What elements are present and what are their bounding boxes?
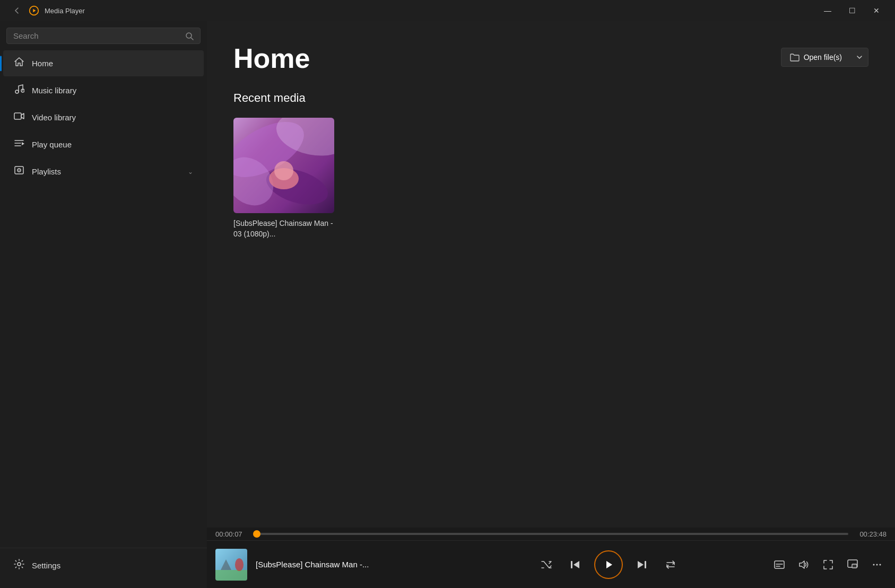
svg-point-13	[19, 170, 20, 171]
play-button[interactable]	[594, 550, 623, 579]
open-file-button[interactable]: Open file(s)	[781, 48, 868, 67]
progress-track[interactable]	[254, 533, 848, 535]
svg-point-14	[18, 563, 21, 566]
media-grid: [SubsPlease] Chainsaw Man - 03 (1080p)..…	[233, 118, 868, 239]
svg-marker-23	[800, 561, 804, 568]
svg-point-28	[880, 564, 881, 565]
svg-marker-1	[33, 9, 36, 13]
open-file-main[interactable]: Open file(s)	[781, 48, 850, 66]
progress-bar-container: 00:00:07 00:23:48	[207, 528, 895, 540]
player-thumbnail	[215, 549, 247, 581]
chevron-down-icon	[856, 54, 863, 60]
queue-icon	[14, 138, 24, 151]
mini-view-button[interactable]	[843, 555, 862, 574]
settings-label: Settings	[32, 561, 60, 570]
media-title: [SubsPlease] Chainsaw Man - 03 (1080p)..…	[233, 218, 334, 239]
app-identity: Media Player	[28, 4, 85, 17]
music-icon	[14, 84, 24, 97]
minimize-button[interactable]: —	[815, 2, 840, 19]
svg-line-3	[191, 38, 193, 40]
player-bar: [SubsPlease] Chainsaw Man -...	[207, 540, 895, 588]
content-area: Open file(s) Home Recent media [SubsPlea…	[207, 21, 895, 528]
app-icon	[28, 4, 40, 17]
svg-marker-15	[574, 561, 579, 568]
content-wrapper: Open file(s) Home Recent media [SubsPlea…	[207, 21, 895, 588]
sidebar-top	[0, 21, 207, 48]
volume-button[interactable]	[794, 555, 813, 574]
svg-point-26	[873, 564, 875, 565]
open-file-dropdown-button[interactable]	[851, 50, 868, 65]
open-file-label: Open file(s)	[804, 53, 842, 62]
svg-rect-25	[852, 564, 857, 568]
page-title: Home	[233, 42, 868, 74]
search-icon	[185, 32, 194, 40]
settings-icon	[14, 559, 24, 572]
sidebar-item-home-label: Home	[32, 59, 53, 68]
search-box[interactable]	[6, 28, 201, 44]
svg-marker-17	[606, 561, 612, 568]
svg-marker-18	[638, 561, 644, 568]
window-controls: — ☐ ✕	[815, 2, 889, 19]
sidebar-item-video-library[interactable]: Video library	[3, 104, 204, 130]
maximize-button[interactable]: ☐	[840, 2, 864, 19]
sidebar-item-playlists[interactable]: Playlists ⌄	[3, 159, 204, 185]
progress-fill	[254, 533, 257, 535]
svg-rect-19	[645, 561, 646, 568]
total-time: 00:23:48	[855, 530, 887, 538]
shuffle-button[interactable]	[537, 555, 556, 574]
sidebar-bottom: Settings	[0, 548, 207, 588]
close-button[interactable]: ✕	[864, 2, 889, 19]
subtitles-button[interactable]	[770, 555, 789, 574]
main-layout: Home Music library	[0, 21, 895, 588]
app-title: Media Player	[45, 7, 85, 15]
player-track-info: [SubsPlease] Chainsaw Man -...	[256, 560, 447, 569]
svg-point-4	[15, 90, 19, 93]
repeat-button[interactable]	[661, 555, 680, 574]
previous-button[interactable]	[566, 555, 585, 574]
sidebar-item-play-queue[interactable]: Play queue	[3, 131, 204, 157]
next-button[interactable]	[632, 555, 651, 574]
chevron-down-icon: ⌄	[188, 168, 193, 175]
recent-media-heading: Recent media	[233, 91, 868, 105]
sidebar-item-home[interactable]: Home	[3, 50, 204, 76]
home-icon	[14, 57, 24, 70]
title-bar: Media Player — ☐ ✕	[0, 0, 895, 21]
player-track-name: [SubsPlease] Chainsaw Man -...	[256, 560, 447, 569]
fullscreen-button[interactable]	[819, 555, 838, 574]
media-card[interactable]: [SubsPlease] Chainsaw Man - 03 (1080p)..…	[233, 118, 334, 239]
more-options-button[interactable]	[867, 555, 887, 574]
video-icon	[14, 111, 24, 124]
sidebar-item-settings[interactable]: Settings	[3, 552, 204, 578]
sidebar-item-music-library[interactable]: Music library	[3, 77, 204, 103]
media-thumbnail	[233, 118, 334, 213]
nav-items: Home Music library	[0, 48, 207, 548]
svg-rect-20	[775, 561, 784, 568]
playlist-icon	[14, 165, 24, 178]
search-input[interactable]	[13, 31, 181, 40]
player-right-controls	[770, 555, 887, 574]
current-time: 00:00:07	[215, 530, 247, 538]
sidebar-item-queue-label: Play queue	[32, 140, 72, 149]
svg-rect-16	[571, 561, 572, 568]
sidebar-item-music-label: Music library	[32, 86, 76, 95]
back-button[interactable]	[6, 0, 28, 21]
sidebar-item-playlists-label: Playlists	[32, 167, 61, 176]
player-controls	[455, 550, 761, 579]
svg-rect-6	[14, 113, 21, 119]
folder-icon	[790, 52, 800, 62]
sidebar-item-video-label: Video library	[32, 113, 76, 122]
sidebar: Home Music library	[0, 21, 207, 588]
svg-point-27	[876, 564, 878, 565]
svg-marker-10	[22, 142, 24, 145]
progress-thumb	[253, 530, 260, 538]
